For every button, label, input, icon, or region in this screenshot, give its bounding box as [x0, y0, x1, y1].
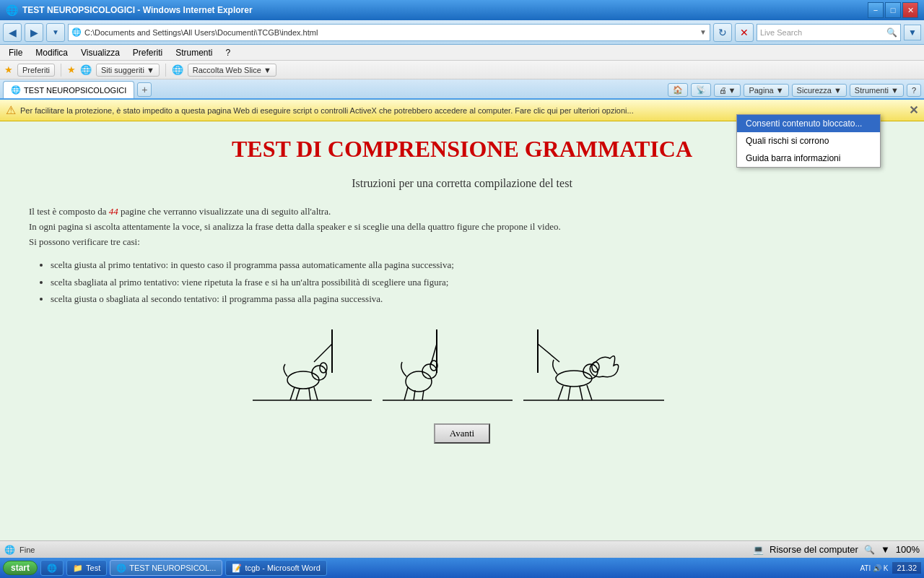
menu-help[interactable]: ? [220, 46, 237, 59]
ie-icon: 🌐 [6, 4, 18, 16]
menu-modifica[interactable]: Modifica [30, 46, 74, 59]
stop-button[interactable]: ✕ [735, 23, 754, 42]
forward-button[interactable]: ▶ [25, 23, 43, 42]
tools-button[interactable]: Strumenti ▼ [850, 84, 904, 97]
dog-figures-svg [238, 322, 686, 409]
tools-label: Strumenti ▼ [855, 86, 899, 95]
ctx-allow-blocked[interactable]: Consenti contenuto bloccato... [737, 115, 880, 132]
security-button[interactable]: Sicurezza ▼ [792, 84, 847, 97]
favbar: ★ Preferiti ★ 🌐 Siti suggeriti ▼ 🌐 Racco… [0, 61, 924, 79]
page-button[interactable]: Pagina ▼ [744, 84, 788, 97]
favorites-label: Preferiti [22, 66, 50, 74]
fav-separator [61, 64, 61, 77]
print-button[interactable]: 🖨 ▼ [714, 84, 741, 97]
image-area [29, 322, 895, 409]
security-label: Sicurezza ▼ [797, 86, 842, 95]
svg-point-13 [406, 371, 432, 392]
subtitle: Istruzioni per una corretta compilazione… [29, 177, 895, 190]
taskbar-test-folder[interactable]: 📁 Test [66, 560, 107, 576]
search-go-button[interactable]: ▼ [904, 25, 921, 40]
bullet-3: scelta giusta o sbagliata al secondo ten… [51, 290, 895, 307]
new-tab-button[interactable]: + [137, 82, 152, 97]
zoom-value: 100% [896, 544, 920, 555]
help-button[interactable]: ? [907, 84, 921, 97]
taskbar-ie-icon[interactable]: 🌐 [40, 560, 64, 576]
home-icon: 🏠 [673, 85, 683, 95]
fav-star-icon: ★ [4, 64, 13, 75]
dropdown-button[interactable]: ▼ [46, 23, 65, 42]
svg-line-26 [568, 387, 570, 400]
favorites-button[interactable]: Preferiti [17, 64, 55, 77]
intro-text-1b: pagine che verranno visualizzate una di … [118, 206, 331, 217]
risorse-icon: 💻 [753, 545, 764, 555]
menu-preferiti[interactable]: Preferiti [127, 46, 168, 59]
address-dropdown[interactable]: ▼ [699, 28, 707, 36]
bullet-list: scelta giusta al primo tentativo: in que… [51, 256, 895, 307]
intro-text-1: Il test è composto da [29, 206, 109, 217]
print-icon: 🖨 [719, 86, 727, 95]
svg-point-22 [556, 371, 592, 387]
taskbar-right: ATI 🔊 K 21.32 [860, 562, 921, 574]
content-area: TEST DI COMPRENSIONE GRAMMATICA Istruzio… [0, 121, 924, 578]
ctx-guide[interactable]: Guida barra informazioni [737, 150, 880, 167]
intro-text-3: Si possono verificare tre casi: [29, 236, 140, 247]
svg-point-7 [320, 363, 327, 373]
titlebar-left: 🌐 TEST NEUROPSICOLOGICI - Windows Intern… [6, 4, 253, 16]
address-text: C:\Documents and Settings\All Users\Docu… [84, 28, 318, 37]
menu-strumenti[interactable]: Strumenti [170, 46, 218, 59]
address-field[interactable]: 🌐 C:\Documents and Settings\All Users\Do… [68, 24, 710, 41]
live-search-label: Live Search [760, 28, 802, 37]
live-search-box[interactable]: Live Search 🔍 [757, 24, 901, 41]
svg-line-28 [587, 385, 592, 400]
maximize-button[interactable]: □ [885, 2, 901, 18]
refresh-button[interactable]: ↻ [713, 23, 732, 42]
status-right: 💻 Risorse del computer 🔍 ▼ 100% [753, 544, 920, 555]
menu-file[interactable]: File [3, 46, 28, 59]
fav-icon1: ★ [67, 64, 76, 75]
suggested-sites-button[interactable]: Siti suggeriti ▼ [96, 64, 160, 77]
tray-icons: ATI 🔊 K [860, 564, 888, 572]
page-icon: 🌐 [71, 27, 82, 37]
help-label: ? [912, 86, 916, 95]
avanti-button[interactable]: Avanti [434, 423, 490, 444]
taskbar-word[interactable]: 📝 tcgb - Microsoft Word [225, 560, 326, 576]
print-dropdown[interactable]: ▼ [728, 86, 736, 95]
webcollection-label: Raccolta Web Slice ▼ [193, 66, 271, 74]
svg-point-5 [287, 371, 319, 389]
instructions-block: Il test è composto da 44 pagine che verr… [29, 204, 895, 249]
active-tab[interactable]: 🌐 TEST NEUROPSICOLOGICI [3, 81, 134, 98]
ctx-risks[interactable]: Quali rischi si corrono [737, 132, 880, 150]
svg-line-10 [309, 389, 310, 400]
taskbar-folder-icon: 📁 [73, 564, 83, 573]
taskbar-neuropsicol[interactable]: 🌐 TEST NEUROPSICOL... [110, 560, 222, 576]
svg-line-18 [414, 390, 415, 400]
start-button[interactable]: start [3, 561, 38, 575]
close-button[interactable]: ✕ [902, 2, 918, 18]
minimize-button[interactable]: − [868, 2, 884, 18]
bullet-2: scelta sbagliata al primo tentativo: vie… [51, 274, 895, 290]
taskbar-ie-icon-img: 🌐 [47, 564, 57, 573]
home-button[interactable]: 🏠 [668, 83, 688, 97]
infobar-close-button[interactable]: ✕ [909, 103, 918, 117]
status-text: Fine [19, 545, 749, 554]
svg-line-4 [314, 344, 332, 362]
menu-visualizza[interactable]: Visualizza [75, 46, 126, 59]
taskbar-word-label: tcgb - Microsoft Word [245, 564, 320, 572]
taskbar-neuropsicol-icon: 🌐 [116, 564, 126, 573]
zoom-icon: 🔍 [864, 545, 875, 555]
infobar-icon: ⚠ [6, 103, 16, 117]
titlebar-controls: − □ ✕ [868, 2, 918, 18]
feeds-button[interactable]: 📡 [691, 83, 711, 97]
fav-icon2: 🌐 [80, 64, 92, 75]
tabbar: 🌐 TEST NEUROPSICOLOGICI + 🏠 📡 🖨 ▼ Pagina… [0, 79, 924, 100]
taskbar-neuropsicol-label: TEST NEUROPSICOL... [129, 564, 216, 572]
page-label: Pagina ▼ [749, 86, 783, 95]
tab-icon: 🌐 [11, 85, 21, 95]
statusbar: 🌐 Fine 💻 Risorse del computer 🔍 ▼ 100% [0, 540, 924, 558]
svg-line-8 [290, 387, 295, 400]
back-button[interactable]: ◀ [3, 23, 22, 42]
highlight-44: 44 [109, 206, 118, 217]
addressbar: ◀ ▶ ▼ 🌐 C:\Documents and Settings\All Us… [0, 20, 924, 45]
menubar: File Modifica Visualizza Preferiti Strum… [0, 45, 924, 61]
webcollection-button[interactable]: Raccolta Web Slice ▼ [188, 64, 276, 77]
